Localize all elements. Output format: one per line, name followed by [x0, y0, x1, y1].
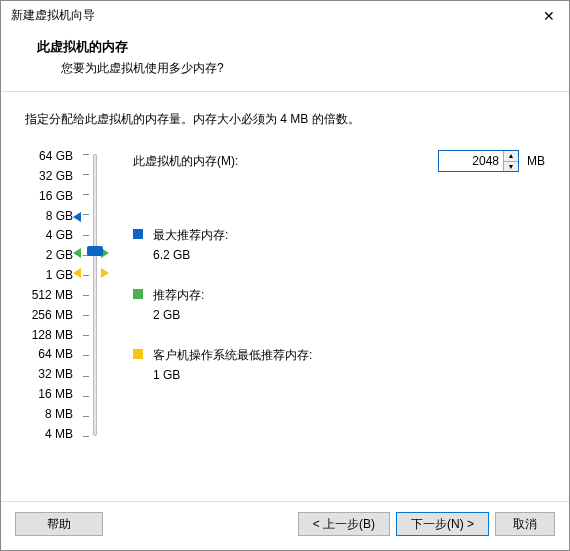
- legend-min: 客户机操作系统最低推荐内存: 1 GB: [133, 346, 545, 384]
- slider-label: 256 MB: [25, 309, 73, 321]
- back-button[interactable]: < 上一步(B): [298, 512, 390, 536]
- content: 指定分配给此虚拟机的内存量。内存大小必须为 4 MB 的倍数。 64 GB32 …: [1, 93, 569, 501]
- legend-min-value: 1 GB: [153, 366, 312, 384]
- close-icon[interactable]: ✕: [539, 8, 559, 24]
- next-button[interactable]: 下一步(N) >: [396, 512, 489, 536]
- wizard-header: 此虚拟机的内存 您要为此虚拟机使用多少内存?: [1, 30, 569, 91]
- slider-label: 2 GB: [25, 249, 73, 261]
- header-subtitle: 您要为此虚拟机使用多少内存?: [61, 60, 545, 77]
- slider-label: 128 MB: [25, 329, 73, 341]
- memory-input[interactable]: [439, 151, 503, 171]
- legend-max-value: 6.2 GB: [153, 246, 228, 264]
- titlebar: 新建虚拟机向导 ✕: [1, 1, 569, 30]
- slider-label: 512 MB: [25, 289, 73, 301]
- spinner-up-icon[interactable]: ▲: [504, 151, 518, 162]
- spinner-down-icon[interactable]: ▼: [504, 162, 518, 172]
- min-marker-right-icon: [101, 268, 109, 278]
- window-title: 新建虚拟机向导: [11, 7, 95, 24]
- slider-label: 4 MB: [25, 428, 73, 440]
- min-marker-icon: [73, 268, 81, 278]
- square-green-icon: [133, 289, 143, 299]
- legend-rec-value: 2 GB: [153, 306, 204, 324]
- slider-label: 4 GB: [25, 229, 73, 241]
- max-marker-icon: [73, 212, 81, 222]
- memory-slider[interactable]: 64 GB32 GB16 GB8 GB4 GB2 GB1 GB512 MB256…: [25, 150, 111, 440]
- memory-spinner[interactable]: ▲ ▼: [438, 150, 519, 172]
- legend-max: 最大推荐内存: 6.2 GB: [133, 226, 545, 264]
- legend-min-label: 客户机操作系统最低推荐内存:: [153, 346, 312, 364]
- cancel-button[interactable]: 取消: [495, 512, 555, 536]
- header-title: 此虚拟机的内存: [37, 38, 545, 56]
- instruction-text: 指定分配给此虚拟机的内存量。内存大小必须为 4 MB 的倍数。: [25, 111, 545, 128]
- slider-label: 32 GB: [25, 170, 73, 182]
- slider-label: 8 MB: [25, 408, 73, 420]
- legend-rec-label: 推荐内存:: [153, 286, 204, 304]
- memory-unit: MB: [527, 154, 545, 168]
- rec-marker-icon: [73, 248, 81, 258]
- footer: 帮助 < 上一步(B) 下一步(N) > 取消: [1, 502, 569, 550]
- memory-label: 此虚拟机的内存(M):: [133, 153, 238, 170]
- slider-label: 64 MB: [25, 348, 73, 360]
- slider-label: 32 MB: [25, 368, 73, 380]
- slider-label: 16 MB: [25, 388, 73, 400]
- slider-label: 1 GB: [25, 269, 73, 281]
- legend-max-label: 最大推荐内存:: [153, 226, 228, 244]
- square-blue-icon: [133, 229, 143, 239]
- square-yellow-icon: [133, 349, 143, 359]
- slider-track[interactable]: [93, 154, 97, 436]
- legend-rec: 推荐内存: 2 GB: [133, 286, 545, 324]
- help-button[interactable]: 帮助: [15, 512, 103, 536]
- slider-label: 16 GB: [25, 190, 73, 202]
- slider-label: 64 GB: [25, 150, 73, 162]
- slider-label: 8 GB: [25, 210, 73, 222]
- slider-thumb[interactable]: [87, 246, 103, 256]
